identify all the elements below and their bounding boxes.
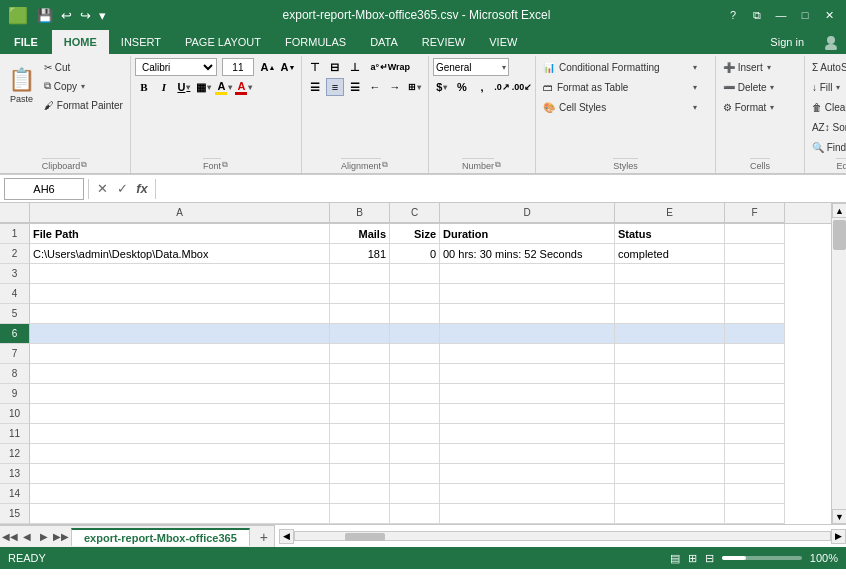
- list-item[interactable]: [615, 384, 725, 404]
- view-layout-button[interactable]: ⊞: [688, 552, 697, 565]
- fill-button[interactable]: ↓ Fill ▾: [809, 78, 843, 96]
- list-item[interactable]: File Path: [30, 224, 330, 244]
- row-number-11[interactable]: 11: [0, 424, 30, 444]
- list-item[interactable]: 181: [330, 244, 390, 264]
- increase-font-button[interactable]: A▲: [259, 58, 277, 76]
- number-format-select[interactable]: General ▾: [433, 58, 509, 76]
- minimize-button[interactable]: —: [772, 6, 790, 24]
- sheet-nav-first[interactable]: ◀◀: [2, 529, 18, 545]
- list-item[interactable]: [30, 384, 330, 404]
- list-item[interactable]: Duration: [440, 224, 615, 244]
- tab-page-layout[interactable]: PAGE LAYOUT: [173, 30, 273, 54]
- number-expand-button[interactable]: ⧉: [494, 160, 502, 170]
- row-number-15[interactable]: 15: [0, 504, 30, 524]
- merge-center-button[interactable]: ⊞▾: [406, 78, 424, 96]
- list-item[interactable]: [615, 324, 725, 344]
- qat-more-button[interactable]: ▾: [96, 6, 109, 25]
- list-item[interactable]: [440, 364, 615, 384]
- sort-filter-button[interactable]: AZ↕ Sort&Filter ▾: [809, 118, 846, 136]
- list-item[interactable]: [725, 444, 785, 464]
- view-normal-button[interactable]: ▤: [670, 552, 680, 565]
- list-item[interactable]: [725, 344, 785, 364]
- list-item[interactable]: [440, 344, 615, 364]
- list-item[interactable]: [440, 324, 615, 344]
- list-item[interactable]: [390, 264, 440, 284]
- sheet-nav-prev[interactable]: ◀: [19, 529, 35, 545]
- redo-qat-button[interactable]: ↪: [77, 6, 94, 25]
- list-item[interactable]: Size: [390, 224, 440, 244]
- list-item[interactable]: [30, 364, 330, 384]
- list-item[interactable]: [615, 484, 725, 504]
- list-item[interactable]: [30, 304, 330, 324]
- list-item[interactable]: [615, 364, 725, 384]
- list-item[interactable]: [30, 484, 330, 504]
- row-number-10[interactable]: 10: [0, 404, 30, 424]
- alignment-expand-button[interactable]: ⧉: [381, 160, 389, 170]
- row-number-4[interactable]: 4: [0, 284, 30, 304]
- list-item[interactable]: [330, 304, 390, 324]
- list-item[interactable]: [725, 284, 785, 304]
- list-item[interactable]: [390, 424, 440, 444]
- underline-button[interactable]: U▾: [175, 78, 193, 96]
- align-left-button[interactable]: ☰: [306, 78, 324, 96]
- list-item[interactable]: [725, 364, 785, 384]
- list-item[interactable]: [330, 344, 390, 364]
- list-item[interactable]: [390, 444, 440, 464]
- increase-indent-button[interactable]: →: [386, 78, 404, 96]
- list-item[interactable]: [725, 264, 785, 284]
- tab-file[interactable]: FILE: [0, 30, 52, 54]
- list-item[interactable]: [725, 384, 785, 404]
- list-item[interactable]: [440, 464, 615, 484]
- list-item[interactable]: [30, 264, 330, 284]
- increase-decimal-button[interactable]: .0↗: [493, 78, 511, 96]
- list-item[interactable]: [330, 504, 390, 524]
- align-center-button[interactable]: ≡: [326, 78, 344, 96]
- cut-button[interactable]: ✂ Cut: [41, 58, 126, 76]
- list-item[interactable]: [390, 464, 440, 484]
- list-item[interactable]: [725, 484, 785, 504]
- mid-align-button[interactable]: ⊟: [326, 58, 344, 76]
- close-button[interactable]: ✕: [820, 6, 838, 24]
- list-item[interactable]: [330, 444, 390, 464]
- list-item[interactable]: [615, 404, 725, 424]
- list-item[interactable]: [30, 344, 330, 364]
- row-number-12[interactable]: 12: [0, 444, 30, 464]
- list-item[interactable]: [725, 304, 785, 324]
- col-header-a[interactable]: A: [30, 203, 330, 223]
- list-item[interactable]: [725, 404, 785, 424]
- list-item[interactable]: [615, 504, 725, 524]
- tab-data[interactable]: DATA: [358, 30, 410, 54]
- font-size-input[interactable]: [222, 58, 254, 76]
- list-item[interactable]: [390, 404, 440, 424]
- sign-in-button[interactable]: Sign in: [758, 30, 816, 54]
- wrap-text-button[interactable]: ↵Wrap: [386, 58, 404, 76]
- list-item[interactable]: [30, 504, 330, 524]
- list-item[interactable]: [615, 424, 725, 444]
- currency-button[interactable]: $▾: [433, 78, 451, 96]
- decrease-decimal-button[interactable]: .00↙: [513, 78, 531, 96]
- add-sheet-button[interactable]: +: [254, 528, 274, 546]
- row-number-9[interactable]: 9: [0, 384, 30, 404]
- cell-styles-button[interactable]: 🎨 Cell Styles ▾: [540, 98, 700, 116]
- confirm-formula-button[interactable]: ✓: [113, 180, 131, 198]
- list-item[interactable]: [390, 344, 440, 364]
- list-item[interactable]: [390, 324, 440, 344]
- decrease-indent-button[interactable]: ←: [366, 78, 384, 96]
- list-item[interactable]: completed: [615, 244, 725, 264]
- borders-button[interactable]: ▦▾: [195, 78, 213, 96]
- font-expand-button[interactable]: ⧉: [221, 160, 229, 170]
- name-box[interactable]: AH6: [4, 178, 84, 200]
- maximize-button[interactable]: □: [796, 6, 814, 24]
- decrease-font-button[interactable]: A▼: [279, 58, 297, 76]
- tab-insert[interactable]: INSERT: [109, 30, 173, 54]
- fill-color-button[interactable]: A ▾: [215, 78, 233, 96]
- row-number-1[interactable]: 1: [0, 224, 30, 244]
- list-item[interactable]: [30, 324, 330, 344]
- help-button[interactable]: ?: [724, 6, 742, 24]
- row-number-3[interactable]: 3: [0, 264, 30, 284]
- list-item[interactable]: [725, 224, 785, 244]
- clipboard-expand-button[interactable]: ⧉: [80, 160, 88, 170]
- list-item[interactable]: [440, 484, 615, 504]
- list-item[interactable]: [390, 504, 440, 524]
- list-item[interactable]: C:\Users\admin\Desktop\Data.Mbox: [30, 244, 330, 264]
